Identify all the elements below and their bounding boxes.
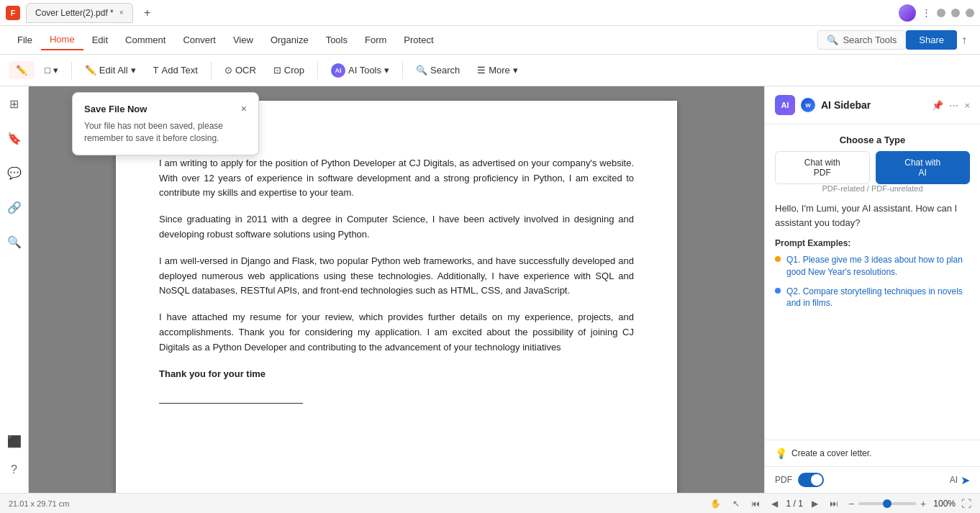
shape-dropdown-icon: ▾ <box>53 65 58 76</box>
pdf-viewer-wrap: Save File Now × Your file has not been s… <box>29 86 764 493</box>
current-page: 1 <box>786 499 791 509</box>
left-sidebar: ⊞ 🔖 💬 🔗 🔍 ⬛ ? <box>0 86 29 493</box>
search-label: Search <box>430 65 460 76</box>
prompt-dot-1 <box>775 256 781 262</box>
zoom-controls: − + <box>847 496 927 511</box>
edit-all-button[interactable]: ✏️ Edit All ▾ <box>78 61 143 79</box>
zoom-value: 100% <box>933 499 956 509</box>
prompt-examples-label: Prompt Examples: <box>775 238 970 248</box>
tab-close-button[interactable]: × <box>119 9 124 17</box>
ai-close-icon[interactable]: × <box>964 100 970 111</box>
zoom-out-button[interactable]: − <box>847 496 856 511</box>
window-close-button[interactable] <box>966 9 974 17</box>
menu-item-form[interactable]: Form <box>356 30 395 50</box>
choose-type-section: Choose a Type Chat withPDF Chat withAI P… <box>775 135 970 193</box>
toolbar: ✏️ □ ▾ ✏️ Edit All ▾ T Add Text ⊙ OCR ⊡ … <box>0 55 980 86</box>
pdf-related-label: PDF-related / PDF-unrelated <box>775 184 970 193</box>
edit-all-label: Edit All <box>99 65 128 76</box>
window-maximize-button[interactable] <box>951 9 960 17</box>
choose-type-label: Choose a Type <box>775 135 970 145</box>
total-pages: 1 <box>798 499 803 509</box>
menu-item-organize[interactable]: Organize <box>262 30 317 50</box>
prompt-item-2[interactable]: Q2. Compare storytelling techniques in n… <box>775 286 970 310</box>
highlighter-tool-button[interactable]: ✏️ <box>9 61 35 79</box>
sidebar-icon-help[interactable]: ? <box>3 458 26 481</box>
upload-icon[interactable]: ↑ <box>957 31 971 50</box>
sidebar-icon-comments[interactable]: 💬 <box>3 161 26 184</box>
share-button[interactable]: Share <box>906 30 957 50</box>
sidebar-icon-pages[interactable]: ⊞ <box>3 92 26 115</box>
crop-icon: ⊡ <box>273 65 281 76</box>
zoom-slider[interactable] <box>858 502 916 505</box>
toggle-row: PDF AI ➤ <box>765 466 980 493</box>
sidebar-icon-links[interactable]: 🔗 <box>3 196 26 219</box>
toggle-knob <box>811 474 822 486</box>
send-button[interactable]: ➤ <box>961 473 970 487</box>
nav-next-button[interactable]: ▶ <box>809 497 821 510</box>
edit-all-dropdown-icon: ▾ <box>131 65 136 76</box>
menu-item-comment[interactable]: Comment <box>117 30 174 50</box>
create-cover-row: 💡 Create a cover letter. <box>775 448 970 459</box>
save-popup-close-button[interactable]: × <box>241 103 247 114</box>
ai-logo-icon: AI <box>775 95 795 115</box>
nav-first-button[interactable]: ⏮ <box>748 497 763 510</box>
hand-tool-button[interactable]: ✋ <box>707 497 724 510</box>
menu-item-edit[interactable]: Edit <box>83 30 117 50</box>
create-cover-text: Create a cover letter. <box>791 448 871 458</box>
title-bar: F Cover Letter(2).pdf * × + ⋮ <box>0 0 980 26</box>
sidebar-icon-bookmarks[interactable]: 🔖 <box>3 127 26 150</box>
ai-more-icon[interactable]: ⋯ <box>949 100 958 111</box>
menu-item-home[interactable]: Home <box>41 29 83 50</box>
select-tool-button[interactable]: ↖ <box>730 497 743 510</box>
document-tab[interactable]: Cover Letter(2).pdf * × <box>26 3 133 23</box>
zoom-in-button[interactable]: + <box>919 496 927 511</box>
pdf-paragraph-4: I have attached my resume for your revie… <box>159 310 634 355</box>
menu-item-tools[interactable]: Tools <box>317 30 356 50</box>
chat-with-ai-button[interactable]: Chat withAI <box>876 151 971 184</box>
ai-toggle-label: AI <box>950 475 958 485</box>
menu-item-convert[interactable]: Convert <box>174 30 224 50</box>
menu-item-protect[interactable]: Protect <box>395 30 442 50</box>
page-info: 1 / 1 <box>786 499 803 509</box>
more-button[interactable]: ☰ More ▾ <box>470 61 525 79</box>
add-text-icon: T <box>153 65 159 76</box>
search-button[interactable]: 🔍 Search <box>409 61 467 79</box>
add-text-label: Add Text <box>162 65 198 76</box>
ocr-button[interactable]: ⊙ OCR <box>217 61 263 79</box>
prompt-item-1[interactable]: Q1. Please give me 3 ideas about how to … <box>775 254 970 278</box>
chat-with-pdf-button[interactable]: Chat withPDF <box>775 151 870 184</box>
ai-tools-button[interactable]: AI AI Tools ▾ <box>324 60 396 81</box>
menu-item-file[interactable]: File <box>9 30 41 50</box>
pdf-toggle-label: PDF <box>775 475 792 485</box>
toggle-row-right: AI ➤ <box>950 473 970 487</box>
edit-all-icon: ✏️ <box>85 65 96 76</box>
window-minimize-button[interactable] <box>937 9 945 17</box>
pdf-ai-toggle[interactable] <box>798 473 824 487</box>
sidebar-icon-layers[interactable]: ⬛ <box>3 430 26 453</box>
avatar <box>899 4 916 22</box>
nav-prev-button[interactable]: ◀ <box>768 497 781 510</box>
add-text-button[interactable]: T Add Text <box>146 61 205 79</box>
more-label: More <box>489 65 510 76</box>
pdf-closing: Thank you for your time <box>159 367 634 382</box>
ai-tools-label: AI Tools <box>348 65 381 76</box>
new-tab-button[interactable]: + <box>139 4 156 22</box>
sidebar-icon-search[interactable]: 🔍 <box>3 230 26 253</box>
title-bar-left: F Cover Letter(2).pdf * × + <box>6 3 893 23</box>
ai-pin-icon[interactable]: 📌 <box>932 100 943 111</box>
crop-label: Crop <box>284 65 304 76</box>
shape-tool-button[interactable]: □ ▾ <box>37 61 65 79</box>
pdf-paragraph-1: I am writing to apply for the position o… <box>159 156 634 201</box>
main-layout: ⊞ 🔖 💬 🔗 🔍 ⬛ ? Save File Now × Your file … <box>0 86 980 493</box>
prompt-text-2: Q2. Compare storytelling techniques in n… <box>786 286 970 310</box>
expand-button[interactable]: ⛶ <box>961 498 971 509</box>
nav-last-button[interactable]: ⏭ <box>827 497 841 510</box>
more-icon: ☰ <box>477 65 486 76</box>
status-right: − + 100% ⛶ <box>847 496 971 511</box>
crop-button[interactable]: ⊡ Crop <box>266 61 312 79</box>
menu-item-view[interactable]: View <box>224 30 262 50</box>
pdf-page: Korina, I am writing to apply for the po… <box>116 101 677 493</box>
search-tools-button[interactable]: 🔍 Search Tools <box>817 30 906 50</box>
zoom-thumb <box>883 499 891 508</box>
more-options-icon[interactable]: ⋮ <box>922 7 931 18</box>
